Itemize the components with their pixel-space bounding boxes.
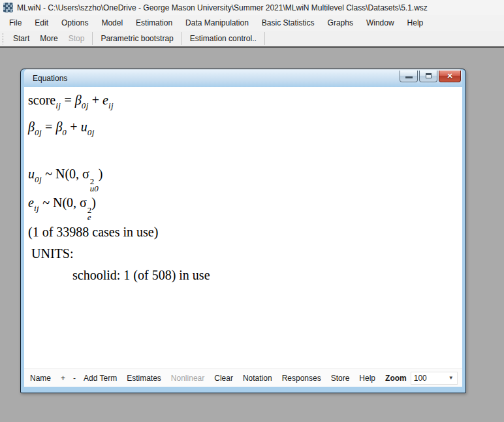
clear-button[interactable]: Clear <box>214 374 233 383</box>
start-button[interactable]: Start <box>8 32 35 45</box>
mlwin-logo-icon <box>3 3 13 12</box>
add-plus-button[interactable]: + <box>61 374 65 383</box>
name-button[interactable]: Name <box>30 374 51 383</box>
store-button[interactable]: Store <box>331 374 350 383</box>
menu-data-manipulation[interactable]: Data Manipulation <box>179 16 255 30</box>
window-controls: ✕ <box>400 71 461 82</box>
toolbar-drag-handle[interactable] <box>2 33 4 44</box>
app-titlebar[interactable]: MLwiN - C:\Users\szzho\OneDrive - George… <box>0 0 504 15</box>
main-toolbar: Start More Stop Parametric bootstrap Est… <box>0 31 504 48</box>
restore-button[interactable] <box>419 71 437 82</box>
menu-model[interactable]: Model <box>95 16 129 30</box>
toolbar-separator <box>181 32 182 45</box>
add-term-button[interactable]: Add Term <box>84 374 117 383</box>
help-button[interactable]: Help <box>359 374 375 383</box>
minimize-icon <box>405 76 413 78</box>
equation-level1-variance-line[interactable]: eij ~ N(0, σ2e) <box>28 192 462 221</box>
toolbar-separator <box>92 32 93 45</box>
menu-file[interactable]: File <box>3 16 28 30</box>
notation-button[interactable]: Notation <box>243 374 272 383</box>
equations-window-title: Equations <box>33 74 67 83</box>
app-title: MLwiN - C:\Users\szzho\OneDrive - George… <box>17 3 428 12</box>
parametric-bootstrap-button[interactable]: Parametric bootstrap <box>95 32 178 45</box>
equation-intercept-line[interactable]: β0j = β0 + u0j <box>28 116 462 143</box>
units-schoolid-line: schoolid: 1 (of 508) in use <box>28 265 462 286</box>
equations-window: Equations ✕ scoreij = β0j + eij β0j = β0… <box>20 69 466 393</box>
equation-response-line[interactable]: scoreij = β0j + eij <box>28 89 462 116</box>
menu-help[interactable]: Help <box>401 16 430 30</box>
units-heading: UNITS: <box>28 243 462 265</box>
nonlinear-button[interactable]: Nonlinear <box>171 374 204 383</box>
stop-button[interactable]: Stop <box>63 32 90 45</box>
mdi-client-area: Equations ✕ scoreij = β0j + eij β0j = β0… <box>0 48 504 422</box>
zoom-label: Zoom <box>385 374 407 383</box>
equation-level2-variance-line[interactable]: u0j ~ N(0, σ2u0) <box>28 163 462 192</box>
minimize-button[interactable] <box>400 71 418 82</box>
estimation-control-button[interactable]: Estimation control.. <box>185 32 262 45</box>
cases-in-use-line: (1 of 33988 cases in use) <box>28 221 462 243</box>
remove-minus-button[interactable]: - <box>73 374 76 383</box>
menu-estimation[interactable]: Estimation <box>129 16 179 30</box>
close-icon: ✕ <box>447 73 452 80</box>
more-button[interactable]: More <box>35 32 63 45</box>
close-button[interactable]: ✕ <box>439 71 461 82</box>
equations-content: scoreij = β0j + eij β0j = β0 + u0j u0j ~… <box>24 87 462 387</box>
estimates-button[interactable]: Estimates <box>127 374 161 383</box>
zoom-value: 100 <box>414 374 427 383</box>
menu-graphs[interactable]: Graphs <box>321 16 360 30</box>
menubar: File Edit Options Model Estimation Data … <box>0 15 504 31</box>
zoom-dropdown[interactable]: 100 ▼ <box>411 372 458 385</box>
equations-titlebar[interactable]: Equations ✕ <box>24 69 462 87</box>
menu-edit[interactable]: Edit <box>28 16 55 30</box>
toolbar-separator <box>264 32 265 45</box>
equation-spacer <box>28 143 462 163</box>
menu-options[interactable]: Options <box>55 16 95 30</box>
equations-toolbar: Name + - Add Term Estimates Nonlinear Cl… <box>24 368 462 387</box>
restore-icon <box>426 73 432 78</box>
menu-window[interactable]: Window <box>360 16 401 30</box>
equations-area: scoreij = β0j + eij β0j = β0 + u0j u0j ~… <box>24 87 462 286</box>
responses-button[interactable]: Responses <box>282 374 321 383</box>
chevron-down-icon: ▼ <box>449 375 454 381</box>
menu-basic-statistics[interactable]: Basic Statistics <box>255 16 321 30</box>
mlwin-application: { "app": { "title": "MLwiN - C:\\Users\\… <box>0 0 504 422</box>
